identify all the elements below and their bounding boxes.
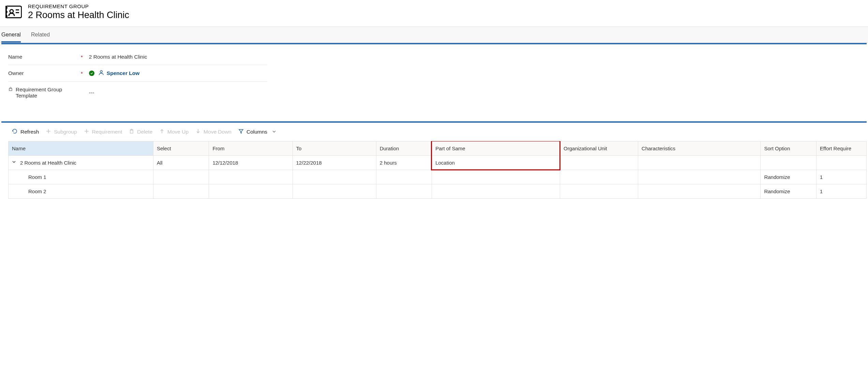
delete-button[interactable]: Delete	[129, 128, 152, 135]
filter-icon	[238, 128, 244, 135]
cell-name[interactable]: Room 2	[9, 184, 153, 199]
columns-button[interactable]: Columns	[238, 128, 276, 135]
cell-sortoption[interactable]: Randomize	[761, 170, 816, 184]
cell-orgunit[interactable]	[560, 170, 638, 184]
grid-wrap: Name Select From To Duration Part of Sam…	[1, 141, 867, 205]
arrow-down-icon	[195, 128, 201, 135]
col-effort[interactable]: Effort Require	[816, 141, 866, 156]
cell-duration[interactable]: 2 hours	[376, 156, 432, 170]
page-header: REQUIREMENT GROUP 2 Rooms at Health Clin…	[0, 0, 868, 27]
col-orgunit[interactable]: Organizational Unit	[560, 141, 638, 156]
subgroup-button[interactable]: Subgroup	[46, 128, 77, 135]
col-characteristics[interactable]: Characteristics	[638, 141, 761, 156]
label-name: Name	[8, 54, 22, 60]
cell-effort[interactable]: 1	[816, 170, 866, 184]
svg-rect-4	[5, 15, 8, 17]
cell-sortoption[interactable]: Randomize	[761, 184, 816, 199]
cell-sortoption[interactable]	[761, 156, 816, 170]
requirements-table: Name Select From To Duration Part of Sam…	[8, 141, 867, 199]
refresh-icon	[12, 128, 18, 136]
cell-partofsame[interactable]: Location	[432, 156, 560, 170]
col-name[interactable]: Name	[9, 141, 153, 156]
table-header-row: Name Select From To Duration Part of Sam…	[9, 141, 867, 156]
value-owner[interactable]: Spencer Low	[89, 70, 267, 77]
cell-partofsame[interactable]	[432, 170, 560, 184]
cell-name[interactable]: 2 Rooms at Health Clinic	[9, 156, 153, 170]
movedown-label: Move Down	[204, 129, 231, 135]
svg-point-5	[10, 10, 13, 13]
table-row[interactable]: Room 1 Randomize 1	[9, 170, 867, 184]
cell-to[interactable]	[293, 170, 376, 184]
value-name[interactable]: 2 Rooms at Health Clinic	[89, 54, 267, 60]
trash-icon	[129, 128, 134, 135]
col-select[interactable]: Select	[153, 141, 209, 156]
cell-effort[interactable]	[816, 156, 866, 170]
requirement-button[interactable]: Requirement	[84, 128, 122, 135]
grid-section: Refresh Subgroup Requirement Delete Move…	[1, 121, 867, 205]
label-owner: Owner	[8, 70, 24, 76]
svg-point-8	[100, 71, 102, 73]
entity-icon	[5, 4, 22, 20]
columns-label: Columns	[246, 129, 267, 135]
moveup-button[interactable]: Move Up	[159, 128, 189, 135]
template-text: ---	[89, 90, 94, 96]
cell-from[interactable]	[209, 170, 293, 184]
chevron-down-icon[interactable]	[12, 160, 16, 165]
delete-label: Delete	[137, 129, 152, 135]
col-from[interactable]: From	[209, 141, 293, 156]
entity-label: REQUIREMENT GROUP	[28, 3, 129, 9]
name-text: 2 Rooms at Health Clinic	[89, 54, 147, 60]
requirement-label: Requirement	[92, 129, 122, 135]
row2-name: Room 2	[28, 188, 46, 194]
field-template: Requirement Group Template * ---	[8, 82, 267, 104]
cell-to[interactable]: 12/22/2018	[293, 156, 376, 170]
svg-rect-3	[5, 11, 8, 13]
cell-from[interactable]	[209, 184, 293, 199]
person-icon	[99, 70, 104, 77]
refresh-button[interactable]: Refresh	[12, 128, 39, 136]
cell-partofsame[interactable]	[432, 184, 560, 199]
grid-toolbar: Refresh Subgroup Requirement Delete Move…	[1, 123, 867, 141]
arrow-up-icon	[159, 128, 165, 135]
cell-select[interactable]	[153, 170, 209, 184]
tab-related[interactable]: Related	[31, 27, 50, 43]
plus-icon	[46, 128, 51, 135]
chevron-down-icon	[272, 129, 276, 135]
cell-duration[interactable]	[376, 184, 432, 199]
table-row[interactable]: 2 Rooms at Health Clinic All 12/12/2018 …	[9, 156, 867, 170]
cell-orgunit[interactable]	[560, 184, 638, 199]
table-row[interactable]: Room 2 Randomize 1	[9, 184, 867, 199]
col-to[interactable]: To	[293, 141, 376, 156]
svg-rect-9	[9, 89, 12, 91]
movedown-button[interactable]: Move Down	[195, 128, 231, 135]
col-sortoption[interactable]: Sort Option	[761, 141, 816, 156]
page-title: 2 Rooms at Health Clinic	[28, 10, 129, 20]
cell-characteristics[interactable]	[638, 170, 761, 184]
col-partofsame[interactable]: Part of Same	[432, 141, 560, 156]
required-star-icon: *	[81, 71, 83, 76]
field-owner: Owner * Spencer Low	[8, 65, 267, 82]
owner-link[interactable]: Spencer Low	[107, 70, 139, 76]
plus-icon	[84, 128, 89, 135]
cell-orgunit[interactable]	[560, 156, 638, 170]
cell-to[interactable]	[293, 184, 376, 199]
row0-name: 2 Rooms at Health Clinic	[20, 160, 76, 166]
cell-select[interactable]: All	[153, 156, 209, 170]
col-duration[interactable]: Duration	[376, 141, 432, 156]
row1-name: Room 1	[28, 174, 46, 180]
cell-duration[interactable]	[376, 170, 432, 184]
cell-select[interactable]	[153, 184, 209, 199]
field-name: Name * 2 Rooms at Health Clinic	[8, 49, 267, 65]
cell-characteristics[interactable]	[638, 184, 761, 199]
presence-available-icon	[89, 71, 94, 76]
cell-effort[interactable]: 1	[816, 184, 866, 199]
lock-icon	[8, 87, 13, 92]
svg-rect-2	[5, 7, 8, 9]
svg-marker-21	[239, 129, 243, 133]
value-template[interactable]: ---	[89, 90, 267, 96]
tab-general[interactable]: General	[1, 27, 21, 43]
cell-name[interactable]: Room 1	[9, 170, 153, 184]
cell-from[interactable]: 12/12/2018	[209, 156, 293, 170]
tabs: General Related	[0, 27, 868, 43]
cell-characteristics[interactable]	[638, 156, 761, 170]
